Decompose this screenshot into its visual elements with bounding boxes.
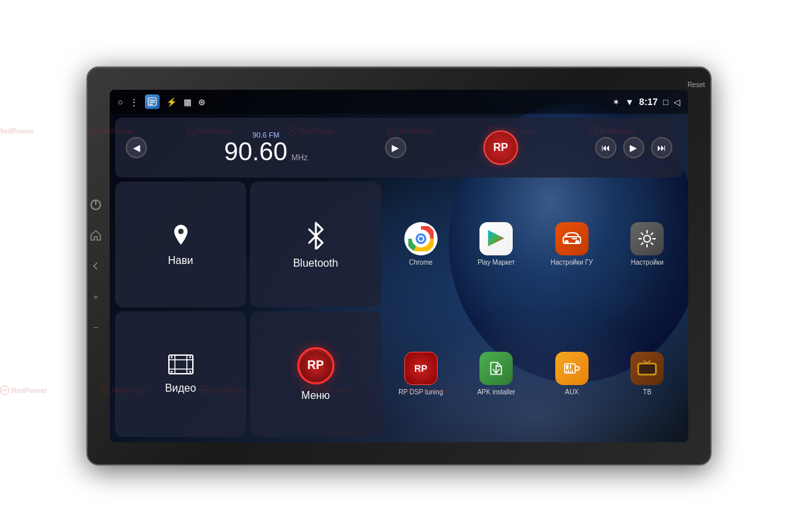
svg-line-49: [644, 360, 647, 363]
svg-line-33: [651, 243, 654, 245]
navi-tile[interactable]: Нави: [115, 182, 246, 307]
svg-line-35: [651, 233, 654, 235]
app-chrome[interactable]: Chrome: [385, 182, 457, 307]
navi-label: Нави: [168, 255, 194, 267]
app-rp-dsp[interactable]: RP RP DSP tuning: [385, 311, 457, 437]
svg-rect-44: [570, 371, 571, 374]
usb-icon: ⚡: [166, 97, 177, 107]
status-bar-right: ✶ ▼ 8:17 □ ◁: [612, 96, 680, 107]
menu-tile[interactable]: RP Меню: [250, 311, 381, 437]
volume-up-button[interactable]: +: [86, 287, 105, 306]
apps-grid: Chrome: [385, 182, 683, 437]
bluetooth-icon: [304, 220, 328, 252]
bottom-panels-row: Нави Bluetooth: [115, 182, 683, 437]
svg-point-23: [565, 240, 569, 244]
svg-rect-25: [565, 235, 567, 237]
media-icon: ▦: [184, 97, 192, 107]
app-apk-installer[interactable]: APK installer: [461, 311, 533, 437]
app-tv[interactable]: ТВ: [612, 311, 684, 437]
bluetooth-status-icon: ✶: [612, 97, 620, 107]
svg-rect-39: [570, 365, 571, 369]
app-settings[interactable]: Настройки: [612, 182, 684, 307]
volume-down-button[interactable]: −: [86, 318, 105, 336]
app-play-market[interactable]: Play Маркет: [461, 182, 533, 307]
svg-rect-7: [169, 355, 193, 374]
main-screen: ○ ⋮ ⚡ ▦ ⊛ ✶ ▼ 8:17 □ ◁: [110, 90, 688, 442]
radio-prev-controls: ◀: [126, 137, 147, 158]
svg-line-50: [647, 360, 650, 363]
svg-point-6: [178, 229, 184, 234]
svg-rect-3: [150, 100, 155, 101]
radio-next-controls: ▶: [385, 137, 406, 158]
radio-panel: ◀ 90.6 FM 90.60 MHz ▶ RP ⏮ ▶ ⏭: [115, 118, 683, 178]
svg-point-13: [170, 370, 172, 372]
back-nav-icon: ◁: [674, 97, 680, 107]
app-aux[interactable]: AUX: [536, 311, 608, 437]
settings-icon: [630, 222, 664, 255]
settings-label: Настройки: [631, 259, 664, 267]
apk-installer-icon: [479, 352, 513, 385]
tv-label: ТВ: [643, 388, 652, 396]
left-tiles: Нави Bluetooth: [115, 182, 381, 437]
aux-icon: [555, 352, 589, 385]
svg-rect-45: [572, 370, 573, 374]
video-tile[interactable]: Видео: [115, 311, 246, 437]
battery-icon: □: [663, 97, 668, 107]
circle-icon: ○: [118, 97, 123, 107]
apk-installer-label: APK installer: [477, 388, 515, 396]
navi-icon: [169, 223, 193, 249]
svg-point-40: [575, 366, 579, 370]
dots-icon: ⋮: [130, 97, 138, 107]
rp-logo-radio: RP: [483, 130, 518, 165]
status-bar-left: ○ ⋮ ⚡ ▦ ⊛: [118, 94, 205, 109]
svg-marker-21: [488, 230, 505, 247]
back-button[interactable]: [86, 257, 105, 275]
settings-gu-icon: [555, 222, 589, 255]
tv-icon: [630, 352, 664, 385]
svg-rect-4: [150, 102, 155, 103]
power-button[interactable]: [86, 196, 105, 214]
clock: 8:17: [639, 96, 658, 107]
radio-frequency: 90.60: [224, 139, 287, 164]
radio-prev-track-button[interactable]: ⏮: [595, 137, 616, 158]
rp-dsp-label: RP DSP tuning: [398, 388, 443, 396]
svg-point-14: [189, 356, 191, 358]
chrome-label: Chrome: [409, 259, 433, 267]
video-icon: [168, 354, 194, 377]
svg-line-34: [641, 243, 644, 245]
svg-rect-43: [568, 370, 569, 373]
radio-unit: MHz: [291, 153, 308, 162]
radio-prev-button[interactable]: ◀: [126, 137, 147, 158]
radio-info: 90.6 FM 90.60 MHz: [224, 131, 308, 164]
svg-point-20: [419, 237, 423, 241]
shield-icon: ⊛: [198, 97, 205, 107]
radio-right-controls: ⏮ ▶ ⏭: [595, 137, 672, 158]
home-button[interactable]: [86, 226, 105, 245]
svg-point-27: [644, 235, 650, 242]
svg-rect-38: [566, 365, 569, 369]
svg-rect-47: [639, 364, 655, 374]
chrome-icon: [404, 222, 438, 255]
svg-point-48: [653, 374, 654, 375]
play-market-icon: [479, 222, 513, 255]
svg-point-24: [575, 240, 579, 244]
play-market-label: Play Маркет: [477, 259, 515, 267]
app-settings-gu[interactable]: Настройки ГУ: [536, 182, 608, 307]
svg-point-15: [189, 370, 191, 372]
wifi-icon: ▼: [625, 97, 634, 107]
aux-label: AUX: [565, 388, 579, 396]
svg-line-32: [641, 233, 644, 235]
video-label: Видео: [165, 382, 196, 394]
svg-rect-42: [566, 370, 567, 373]
svg-rect-5: [150, 104, 153, 105]
radio-next-button[interactable]: ▶: [385, 137, 406, 158]
bluetooth-label: Bluetooth: [293, 257, 338, 269]
rp-menu-button[interactable]: RP: [297, 347, 334, 384]
settings-gu-label: Настройки ГУ: [551, 259, 593, 267]
file-manager-icon[interactable]: [145, 94, 160, 109]
rp-dsp-icon: RP: [404, 352, 438, 385]
radio-play-button[interactable]: ▶: [623, 137, 644, 158]
reset-button[interactable]: Reset: [688, 81, 705, 88]
radio-next-track-button[interactable]: ⏭: [651, 137, 672, 158]
bluetooth-tile[interactable]: Bluetooth: [250, 182, 381, 307]
